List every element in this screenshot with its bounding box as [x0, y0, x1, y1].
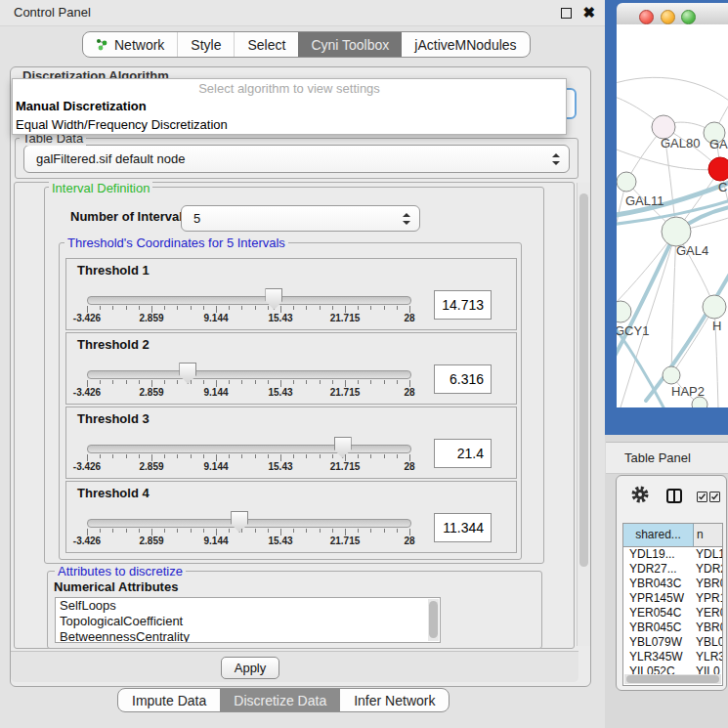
float-window-icon[interactable]	[561, 8, 572, 19]
cell-shared-name[interactable]: YER054C	[623, 606, 693, 621]
cell-shared-name[interactable]: YPR145W	[623, 591, 693, 606]
gear-icon[interactable]	[630, 485, 650, 504]
columns-icon[interactable]	[666, 489, 682, 503]
attribute-item-betweennesscentrality[interactable]: BetweennessCentrality	[56, 629, 440, 643]
tab-style[interactable]: Style	[177, 32, 234, 57]
attributes-box: Numerical Attributes SelfLoopsTopologica…	[47, 571, 542, 649]
apply-button[interactable]: Apply	[221, 657, 279, 679]
number-of-intervals-label: Number of Intervals	[70, 209, 190, 224]
list-scrollbar[interactable]	[428, 599, 439, 641]
table-row[interactable]: YDL19...YDL1	[623, 547, 722, 562]
spinner-icon[interactable]	[551, 153, 559, 165]
spinner-icon[interactable]	[402, 213, 409, 225]
close-traffic-light-icon[interactable]	[639, 10, 654, 24]
threshold-value-field[interactable]: 14.713	[434, 290, 492, 320]
cell-name[interactable]: YPR1	[693, 591, 722, 606]
table-data-value: galFiltered.sif default node	[36, 146, 185, 172]
table-hscrollbar[interactable]	[624, 674, 721, 684]
slider-scale-labels: -3.4262.8599.14415.4321.71528	[87, 387, 409, 399]
threshold-value-field[interactable]: 21.4	[434, 439, 492, 468]
cell-name[interactable]: YDR2	[693, 562, 722, 577]
column-header-name[interactable]: n	[694, 524, 722, 546]
checked-checkbox-icon[interactable]	[697, 492, 707, 502]
table-row[interactable]: YDR27...YDR2	[623, 562, 722, 577]
minimize-traffic-light-icon[interactable]	[661, 10, 675, 24]
network-node-h[interactable]	[703, 295, 726, 319]
cell-name[interactable]: YER0	[693, 606, 722, 621]
number-of-intervals-value: 5	[193, 206, 200, 231]
network-node-gal4[interactable]	[662, 217, 691, 246]
tab-network[interactable]: Network	[83, 32, 177, 57]
dropdown-option-manual-discretization[interactable]: Manual Discretization	[13, 97, 566, 115]
cell-name[interactable]: YDL1	[693, 547, 722, 562]
threshold-label: Threshold 1	[77, 263, 150, 278]
numerical-attributes-list[interactable]: SelfLoopsTopologicalCoefficientBetweenne…	[55, 597, 441, 643]
cell-shared-name[interactable]: YBL079W	[623, 635, 693, 650]
slider-scale-labels: -3.4262.8599.14415.4321.71528	[87, 313, 409, 324]
network-icon	[96, 38, 108, 51]
network-node-gcy1[interactable]	[617, 301, 631, 322]
table-row[interactable]: YPR145WYPR1	[623, 591, 722, 606]
threshold-label: Threshold 4	[77, 486, 150, 500]
tab-label: Select	[247, 37, 285, 53]
slider-track[interactable]	[87, 445, 411, 453]
network-node-c[interactable]	[708, 157, 728, 181]
slider-track[interactable]	[87, 370, 411, 379]
threshold-value-field[interactable]: 11.344	[434, 513, 492, 542]
network-node-gal11[interactable]	[617, 172, 636, 192]
tab-jactivemnodules[interactable]: jActiveMNodules	[402, 32, 529, 57]
cell-shared-name[interactable]: YBR043C	[623, 577, 693, 591]
dropdown-option-equal-width-frequency-discretization[interactable]: Equal Width/Frequency Discretization	[13, 115, 566, 134]
content-scrollbar-thumb[interactable]	[579, 193, 588, 567]
apply-bar: Apply	[11, 651, 578, 682]
column-header-shared-name[interactable]: shared...	[623, 524, 694, 546]
table-row[interactable]: YBR045CYBR0	[623, 621, 722, 635]
node-label: GAL80	[661, 136, 700, 150]
table-toolbar	[617, 476, 726, 521]
threshold-value-field[interactable]: 6.316	[434, 364, 492, 394]
list-scrollbar-thumb[interactable]	[429, 601, 438, 638]
network-window-titlebar[interactable]	[617, 3, 728, 25]
table-row[interactable]: YLR345WYLR3	[623, 650, 722, 664]
bottom-tab-infer-network[interactable]: Infer Network	[340, 689, 449, 711]
attribute-item-selfloops[interactable]: SelfLoops	[56, 598, 440, 614]
number-of-intervals-combobox[interactable]: 5	[181, 205, 420, 232]
table-row[interactable]: YBL079WYBL0	[623, 635, 722, 650]
cell-shared-name[interactable]: YLR345W	[623, 650, 693, 664]
zoom-traffic-light-icon[interactable]	[681, 10, 696, 24]
tab-label: Style	[191, 37, 221, 53]
cell-name[interactable]: YBL0	[693, 635, 722, 650]
slider-track[interactable]	[87, 519, 411, 528]
thresholds-group-title: Threshold's Coordinates for 5 Intervals	[64, 236, 288, 250]
bottom-tab-discretize-data[interactable]: Discretize Data	[220, 689, 340, 711]
tab-cyni-toolbox[interactable]: Cyni Toolbox	[298, 32, 402, 57]
control-panel: Control Panel ✖ NetworkStyleSelectCyni T…	[0, 0, 605, 728]
node-label: GAL4	[676, 243, 708, 258]
cell-shared-name[interactable]: YDR27...	[623, 562, 693, 577]
cell-name[interactable]: YBR0	[693, 621, 722, 635]
content-scrollbar[interactable]	[577, 183, 590, 646]
cell-shared-name[interactable]: YBR045C	[623, 621, 693, 635]
cell-name[interactable]: YLR3	[693, 650, 722, 664]
tab-label: Cyni Toolbox	[311, 37, 389, 53]
bottom-tab-bar: Impute DataDiscretize DataInfer Network	[117, 688, 450, 712]
table-row[interactable]: YER054CYER0	[623, 606, 722, 621]
tab-select[interactable]: Select	[234, 32, 298, 57]
node-label: HAP2	[671, 384, 705, 399]
slider-track[interactable]	[87, 296, 411, 305]
table-data-combobox[interactable]: galFiltered.sif default node	[23, 145, 570, 173]
tab-label: jActiveMNodules	[414, 37, 516, 53]
network-window-frame: GAL80GACGAL11GAL4GCY1HHAP2	[605, 0, 728, 435]
table-hscrollbar-thumb[interactable]	[626, 675, 719, 683]
cell-shared-name[interactable]: YDL19...	[623, 547, 693, 562]
table-row[interactable]: YBR043CYBR0	[623, 577, 722, 591]
network-canvas[interactable]: GAL80GACGAL11GAL4GCY1HHAP2	[617, 24, 728, 407]
checked-checkbox-icon[interactable]	[709, 492, 720, 502]
close-icon[interactable]: ✖	[582, 5, 595, 21]
control-panel-titlebar: Control Panel ✖	[0, 0, 605, 26]
bottom-tab-impute-data[interactable]: Impute Data	[118, 689, 220, 711]
network-node-hap2[interactable]	[663, 366, 680, 384]
cell-name[interactable]: YBR0	[693, 577, 722, 591]
slider-scale-labels: -3.4262.8599.14415.4321.71528	[87, 461, 409, 473]
attribute-item-topologicalcoefficient[interactable]: TopologicalCoefficient	[56, 614, 440, 629]
